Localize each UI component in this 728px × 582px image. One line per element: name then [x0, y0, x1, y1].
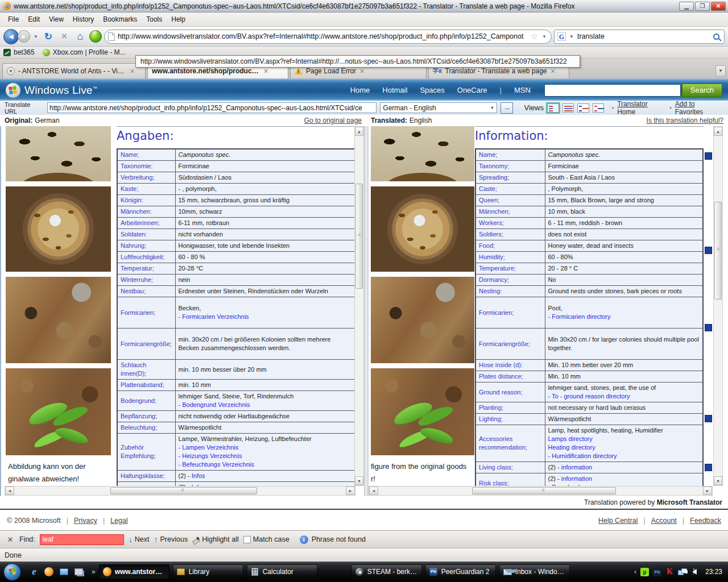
reload-button[interactable]: ↻ — [42, 30, 55, 43]
spec-link[interactable]: - Heizungs Verzeichnis — [179, 452, 242, 459]
menu-tools[interactable]: Tools — [142, 14, 167, 25]
scroll-right-icon[interactable]: ► — [346, 487, 355, 495]
horizontal-scrollbar[interactable]: ◄ ► — [5, 486, 355, 496]
translator-home-link[interactable]: Translator Home — [617, 100, 667, 116]
translator-logo-icon[interactable] — [89, 30, 102, 43]
search-engine-dropdown-icon[interactable]: ▼ — [569, 34, 574, 39]
live-search-button[interactable]: Search — [682, 84, 722, 97]
taskbar-button-library[interactable]: Library — [173, 564, 243, 579]
account-link[interactable]: Account — [651, 517, 677, 525]
help-central-link[interactable]: Help Central — [598, 517, 638, 525]
web-search-input[interactable] — [577, 32, 711, 40]
menu-file[interactable]: File — [3, 14, 23, 25]
live-nav-hotmail[interactable]: Hotmail — [382, 86, 407, 94]
url-dropdown-icon[interactable]: ▼ — [542, 34, 547, 39]
kaspersky-tray-icon[interactable]: K — [665, 568, 674, 576]
spec-link[interactable]: - Humidification directory — [548, 452, 617, 459]
legal-link[interactable]: Legal — [110, 517, 128, 525]
scroll-left-icon[interactable]: ◄ — [5, 487, 14, 495]
tab-close-icon[interactable]: ✕ — [263, 68, 268, 75]
tab-close-icon[interactable]: ✕ — [359, 68, 365, 75]
view-original-hover-icon[interactable] — [577, 103, 589, 113]
toolbar-overflow-icon[interactable]: » — [92, 568, 96, 576]
live-nav-onecare[interactable]: OneCare — [457, 86, 487, 94]
live-nav-home[interactable]: Home — [350, 86, 370, 94]
scroll-up-icon[interactable]: ▲ — [355, 127, 363, 136]
spec-link[interactable]: Infos — [192, 472, 205, 479]
scroll-down-icon[interactable]: ▼ — [714, 476, 722, 485]
taskbar-button-peerguardian[interactable]: PG PeerGuardian 2 — [425, 564, 496, 579]
search-bar[interactable]: G ▼ — [554, 30, 725, 44]
tab-close-icon[interactable]: ✕ — [130, 68, 135, 75]
language-pair-select[interactable]: German - English — [380, 102, 497, 113]
horizontal-scrollbar[interactable]: ◄ ► — [369, 486, 713, 496]
spec-link[interactable]: - Lampen Verzeichnis — [179, 444, 239, 451]
bookmark-xbox[interactable]: Xbox.com | Profile - M... — [43, 48, 126, 56]
maximize-button[interactable]: ❐ — [695, 2, 710, 11]
soil-leaves-photo[interactable] — [6, 368, 111, 455]
address-bar[interactable]: ☆ ▼ — [104, 30, 552, 44]
spec-link[interactable]: information — [561, 464, 592, 471]
find-close-icon[interactable]: ✕ — [6, 535, 15, 544]
taskbar-button-firefox[interactable]: www.antstore.net... — [99, 564, 169, 579]
tab-antstore-home[interactable]: ▾ - ANTSTORE World of Ants - - View... ✕ — [2, 63, 146, 78]
spec-link[interactable]: Lamps directory — [548, 435, 593, 442]
ants-photo[interactable] — [371, 126, 474, 181]
translate-url-input[interactable] — [47, 102, 377, 113]
peerguardian-tray-icon[interactable]: PG — [653, 568, 661, 576]
view-top-bottom-icon[interactable] — [562, 103, 574, 113]
go-to-original-link[interactable]: Go to original page — [304, 117, 362, 124]
scroll-left-icon[interactable]: ◄ — [369, 487, 378, 495]
petri-dish-photo[interactable] — [371, 186, 474, 272]
scrollbar-thumb[interactable] — [714, 202, 722, 300]
privacy-link[interactable]: Privacy — [74, 517, 97, 525]
soil-nest-photo[interactable] — [6, 277, 111, 363]
forward-button[interactable]: ► — [18, 30, 30, 43]
scroll-right-icon[interactable]: ► — [703, 487, 712, 495]
spec-link[interactable]: - To - ground reason directory — [548, 393, 630, 400]
minimize-button[interactable]: ▁ — [679, 2, 694, 11]
vertical-scrollbar[interactable]: ▲ ▼ — [713, 126, 723, 486]
taskbar-button-calculator[interactable]: Calculator — [247, 564, 317, 579]
volume-tray-icon[interactable] — [690, 568, 699, 576]
spec-link[interactable]: - Befeuchtungs Verzeichnis — [179, 461, 254, 468]
translate-go-button[interactable]: → — [500, 102, 513, 114]
spec-link[interactable]: Heating directory — [548, 444, 595, 451]
live-nav-spaces[interactable]: Spaces — [420, 86, 444, 94]
scrollbar-thumb[interactable] — [355, 184, 363, 289]
vertical-scrollbar[interactable]: ▲ ▼ — [354, 126, 364, 486]
bookmark-bet365[interactable]: bet365 — [3, 48, 35, 56]
add-to-favorites-link[interactable]: Add to Favorites — [675, 100, 723, 116]
close-button[interactable]: ✕ — [711, 2, 726, 11]
scroll-down-icon[interactable]: ▼ — [355, 476, 363, 485]
start-button[interactable] — [3, 563, 21, 581]
menu-edit[interactable]: Edit — [23, 14, 44, 25]
internet-explorer-icon[interactable]: e — [29, 567, 39, 577]
soil-leaves-photo[interactable] — [371, 368, 474, 455]
home-button[interactable]: ⌂ — [73, 30, 87, 43]
highlight-all-button[interactable]: Highlight all — [192, 535, 239, 543]
tab-list-dropdown-icon[interactable]: ▼ — [715, 65, 726, 77]
stop-button[interactable]: × — [57, 30, 71, 43]
find-input[interactable] — [40, 534, 124, 545]
view-translation-hover-icon[interactable] — [593, 103, 605, 113]
feedback-link[interactable]: Feedback — [690, 517, 721, 525]
spec-link[interactable]: information — [561, 475, 592, 482]
match-case-checkbox[interactable] — [243, 536, 251, 543]
menu-history[interactable]: History — [68, 14, 98, 25]
utorrent-tray-icon[interactable]: µ — [640, 568, 649, 576]
scrollbar-thumb[interactable] — [472, 487, 616, 494]
find-next-button[interactable]: ↓ Next — [129, 535, 150, 544]
spec-link[interactable]: - Formicarien Verzeichnis — [179, 313, 249, 320]
menu-help[interactable]: Help — [167, 14, 190, 25]
search-icon[interactable] — [713, 34, 719, 40]
match-case-option[interactable]: Match case — [243, 535, 289, 543]
window-switcher-icon[interactable] — [73, 567, 84, 577]
taskbar-button-inbox[interactable]: Inbox - Windows ... — [499, 564, 570, 579]
soil-nest-photo[interactable] — [371, 277, 474, 363]
tray-collapse-icon[interactable]: ‹ — [634, 568, 636, 576]
url-input[interactable] — [118, 32, 528, 40]
live-search-input[interactable] — [544, 84, 681, 97]
translation-helpful-link[interactable]: Is this translation helpful? — [647, 117, 723, 124]
history-dropdown-icon[interactable]: ▼ — [34, 34, 38, 39]
